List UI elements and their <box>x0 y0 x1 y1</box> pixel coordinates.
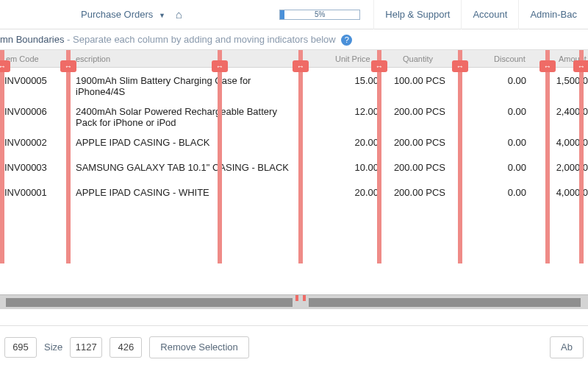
instruction-row: mn Boundaries - Separate each column by … <box>0 29 588 50</box>
header-description: escription <box>76 50 110 68</box>
cell-item-code: INV00006 <box>4 106 66 117</box>
column-boundary-marker[interactable]: ↔ <box>458 50 462 263</box>
cell-discount: 0.00 <box>485 137 526 148</box>
cell-unit-price: 10.00 <box>329 162 379 173</box>
cell-item-code: INV00001 <box>4 187 66 198</box>
cell-unit-price: 15.00 <box>329 75 379 86</box>
column-boundary-marker[interactable]: ↔ <box>298 50 303 263</box>
cell-description: 2400mAh Solar Powered Rechargeable Batte… <box>76 106 293 128</box>
header-unit-price: Unit Price <box>335 50 370 68</box>
progress-label: 5% <box>280 10 359 19</box>
progress-bar: 5% <box>279 10 360 20</box>
cell-discount: 0.00 <box>485 162 526 173</box>
drag-handle-icon[interactable]: ↔ <box>573 60 588 72</box>
ruler-tick[interactable] <box>295 295 298 301</box>
cell-item-code: INV00005 <box>4 75 66 86</box>
topbar-right: 5% Help & Support Account Admin-Bac <box>279 0 588 29</box>
cell-unit-price: 20.00 <box>329 137 379 148</box>
cell-discount: 0.00 <box>485 106 526 117</box>
ruler-segment <box>309 298 581 307</box>
column-boundary-marker[interactable]: ↔ <box>218 50 222 263</box>
cell-quantity: 100.00 PCS <box>379 75 445 86</box>
drag-handle-icon[interactable]: ↔ <box>212 60 228 72</box>
topbar-left: Purchase Orders ▼ ⌂ <box>81 8 182 21</box>
column-boundary-marker[interactable]: ↔ <box>545 50 550 263</box>
cell-quantity: 200.00 PCS <box>379 137 445 148</box>
cell-quantity: 200.00 PCS <box>379 162 445 173</box>
size-input-height[interactable] <box>110 337 142 358</box>
bottom-controls: Size Remove Selection Ab <box>0 325 588 368</box>
column-boundary-marker[interactable]: ↔ <box>0 50 4 263</box>
drag-handle-icon[interactable]: ↔ <box>0 60 10 72</box>
size-label: Size <box>44 342 62 353</box>
coord-input-1[interactable] <box>4 337 37 358</box>
instruction-title: mn Boundaries <box>0 34 64 45</box>
cell-quantity: 200.00 PCS <box>379 106 445 117</box>
header-quantity: Quantity <box>403 50 433 68</box>
cell-description: APPLE IPAD CASING - WHITE <box>76 187 293 198</box>
nav-help-support[interactable]: Help & Support <box>373 0 461 29</box>
header-item-code: em Code <box>6 50 39 68</box>
drag-handle-icon[interactable]: ↔ <box>293 60 309 72</box>
caret-down-icon: ▼ <box>159 12 165 19</box>
cell-unit-price: 20.00 <box>329 187 379 198</box>
cell-item-code: INV00003 <box>4 162 66 173</box>
topbar: Purchase Orders ▼ ⌂ 5% Help & Support Ac… <box>0 0 588 29</box>
column-boundary-marker[interactable]: ↔ <box>579 50 584 263</box>
cell-description: APPLE IPAD CASING - BLACK <box>76 137 293 148</box>
instruction-subtitle: - Separate each column by adding and mov… <box>64 34 335 45</box>
drag-handle-icon[interactable]: ↔ <box>539 60 556 72</box>
header-discount: Discount <box>494 50 526 68</box>
nav-purchase-orders-label: Purchase Orders <box>81 9 153 20</box>
cell-quantity: 200.00 PCS <box>379 187 445 198</box>
ruler-scrollbar[interactable] <box>0 294 588 309</box>
cell-discount: 0.00 <box>485 187 526 198</box>
column-boundary-marker[interactable]: ↔ <box>66 50 71 263</box>
right-button[interactable]: Ab <box>550 336 584 358</box>
drag-handle-icon[interactable]: ↔ <box>371 60 387 72</box>
size-input-width[interactable] <box>70 337 102 358</box>
cell-description: SAMSUNG GALAXY TAB 10.1" CASING - BLACK <box>76 162 293 173</box>
drag-handle-icon[interactable]: ↔ <box>60 60 76 72</box>
nav-account[interactable]: Account <box>461 0 518 29</box>
cell-item-code: INV00002 <box>4 137 66 148</box>
home-icon[interactable]: ⌂ <box>176 8 182 21</box>
ruler-tick[interactable] <box>303 295 306 301</box>
ruler-segment <box>6 298 293 307</box>
cell-unit-price: 12.00 <box>329 106 379 117</box>
column-boundary-stage[interactable]: em Code escription Unit Price Quantity D… <box>0 50 588 309</box>
remove-selection-button[interactable]: Remove Selection <box>149 336 249 358</box>
drag-handle-icon[interactable]: ↔ <box>452 60 468 72</box>
cell-discount: 0.00 <box>485 75 526 86</box>
nav-purchase-orders[interactable]: Purchase Orders ▼ <box>81 9 165 20</box>
column-boundary-marker[interactable]: ↔ <box>377 50 381 263</box>
nav-admin[interactable]: Admin-Bac <box>518 0 588 29</box>
help-icon[interactable]: ? <box>341 35 352 46</box>
cell-description: 1900mAh Slim Battery Charging Case for i… <box>76 75 293 97</box>
